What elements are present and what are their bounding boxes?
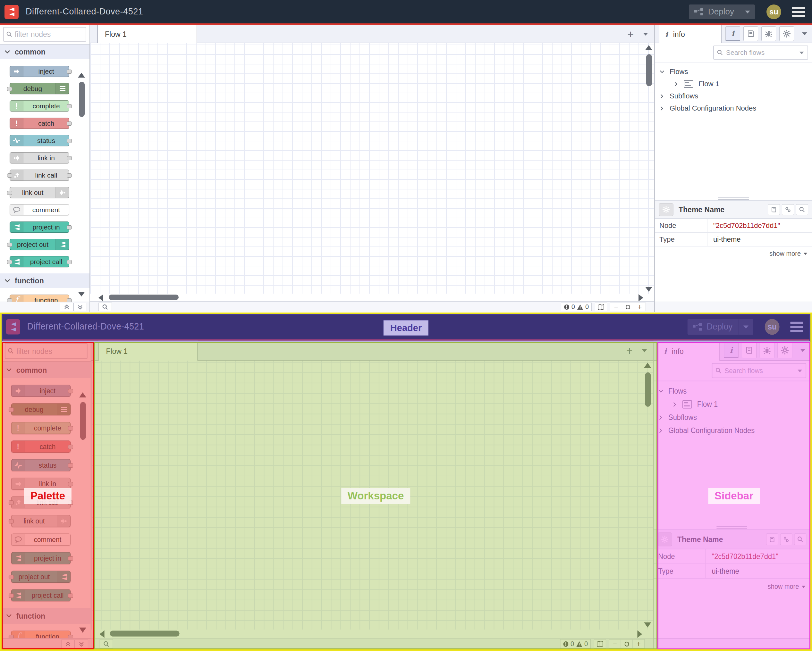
tree-item-subflows[interactable]: Subflows bbox=[659, 90, 812, 102]
expand-all-button[interactable] bbox=[73, 303, 87, 311]
palette-node-complete[interactable]: ! complete bbox=[10, 100, 69, 111]
palette-node-status[interactable]: status bbox=[10, 135, 69, 146]
property-row-type: Type ui-theme bbox=[655, 233, 812, 247]
canvas-horizontal-scrollbar[interactable] bbox=[90, 294, 654, 301]
info-icon: i bbox=[731, 29, 734, 38]
deploy-options-button[interactable] bbox=[740, 5, 755, 19]
palette-node-project-out[interactable]: project out bbox=[10, 239, 69, 250]
chevron-down-icon bbox=[659, 70, 664, 73]
output-port[interactable] bbox=[67, 104, 72, 108]
scroll-up-icon[interactable] bbox=[645, 45, 652, 50]
palette-node-link-in[interactable]: link in bbox=[10, 152, 69, 163]
palette-category-function[interactable]: function bbox=[0, 273, 90, 288]
tree-item-global-config[interactable]: Global Configuration Nodes bbox=[659, 102, 812, 114]
scrollbar-thumb[interactable] bbox=[646, 54, 652, 86]
annotation-label-palette: Palette bbox=[24, 488, 72, 504]
input-port[interactable] bbox=[7, 174, 12, 178]
flow-canvas[interactable] bbox=[90, 43, 654, 294]
info-icon: i bbox=[665, 30, 668, 39]
category-label: common bbox=[15, 48, 46, 56]
palette-scrollbar[interactable] bbox=[78, 73, 85, 296]
selection-info-panel: Theme Name bbox=[655, 197, 812, 261]
input-port[interactable] bbox=[7, 191, 12, 195]
output-port[interactable] bbox=[67, 174, 72, 178]
node-id-value[interactable]: "2c5d702b11de7dd1" bbox=[707, 219, 812, 232]
scroll-left-icon[interactable] bbox=[98, 294, 103, 301]
sidebar-menu-button[interactable] bbox=[802, 32, 807, 35]
help-tab-button[interactable] bbox=[743, 26, 758, 41]
config-node-button[interactable] bbox=[659, 203, 673, 216]
sidebar-tabbar: i info i bbox=[655, 25, 812, 43]
scroll-right-icon[interactable] bbox=[638, 294, 643, 301]
palette-node-debug[interactable]: debug bbox=[10, 83, 69, 94]
info-tab-label: info bbox=[673, 30, 685, 39]
output-port[interactable] bbox=[67, 70, 72, 74]
add-flow-button[interactable]: + bbox=[627, 29, 634, 40]
palette-node-link-call[interactable]: link call bbox=[10, 169, 69, 181]
output-port[interactable] bbox=[67, 260, 72, 264]
info-tab-button[interactable]: i bbox=[725, 26, 740, 41]
annotated-screenshot: Different-Collared-Dove-4521 Deploy su bbox=[0, 313, 812, 651]
palette-node-comment[interactable]: comment bbox=[10, 204, 69, 215]
chevron-down-icon bbox=[799, 51, 804, 55]
bug-icon bbox=[765, 30, 772, 37]
debug-tab-button[interactable] bbox=[761, 26, 776, 41]
tree-item-flow-1[interactable]: Flow 1 bbox=[659, 78, 812, 90]
output-port[interactable] bbox=[67, 225, 72, 230]
deploy-button[interactable]: Deploy bbox=[689, 5, 755, 19]
user-avatar[interactable]: su bbox=[766, 5, 781, 19]
selected-node-title: Theme Name bbox=[679, 206, 725, 214]
tree-item-flows[interactable]: Flows bbox=[659, 66, 812, 78]
app-header: Different-Collared-Dove-4521 Deploy su bbox=[0, 0, 812, 23]
scroll-up-icon[interactable] bbox=[78, 73, 85, 78]
palette-category-common[interactable]: common bbox=[0, 44, 90, 59]
tab-info[interactable]: i info bbox=[659, 25, 722, 43]
input-port[interactable] bbox=[7, 87, 12, 91]
navigator-map-button[interactable] bbox=[595, 303, 607, 311]
scrollbar-thumb[interactable] bbox=[109, 294, 179, 300]
node-help-button[interactable] bbox=[768, 204, 780, 215]
config-tab-button[interactable] bbox=[779, 26, 794, 41]
book-icon bbox=[747, 30, 755, 37]
tab-flow-1[interactable]: Flow 1 bbox=[97, 25, 197, 43]
canvas-vertical-scrollbar[interactable] bbox=[645, 45, 653, 292]
sidebar-splitter[interactable] bbox=[655, 197, 812, 200]
main-menu-button[interactable] bbox=[792, 7, 805, 17]
find-node-button[interactable] bbox=[796, 204, 808, 215]
output-port[interactable] bbox=[67, 156, 72, 160]
palette-node-link-out[interactable]: link out bbox=[10, 187, 69, 198]
input-port[interactable] bbox=[7, 242, 12, 247]
zoom-out-button[interactable]: − bbox=[610, 303, 622, 311]
palette-filter-input[interactable] bbox=[15, 30, 83, 39]
zoom-reset-button[interactable] bbox=[622, 303, 634, 311]
search-flows-box[interactable]: Search flows bbox=[713, 46, 808, 59]
deploy-label: Deploy bbox=[708, 7, 734, 17]
search-flows-placeholder: Search flows bbox=[726, 49, 796, 56]
flow-list-button[interactable] bbox=[643, 32, 649, 36]
palette-node-project-call[interactable]: project call bbox=[10, 256, 69, 267]
theme-panel-buttons bbox=[768, 204, 808, 215]
palette-node-list: inject debug ! comp bbox=[0, 59, 90, 267]
copy-link-button[interactable] bbox=[782, 204, 794, 215]
scroll-down-icon[interactable] bbox=[78, 292, 85, 296]
chevron-down-icon bbox=[5, 279, 10, 283]
input-port[interactable] bbox=[7, 260, 12, 264]
collapse-all-button[interactable] bbox=[60, 303, 73, 311]
show-more-link[interactable]: show more bbox=[655, 247, 812, 261]
annotation-label-workspace: Workspace bbox=[341, 488, 410, 504]
notification-counts[interactable]: 0 0 bbox=[561, 303, 592, 311]
palette-node-inject[interactable]: inject bbox=[10, 66, 69, 77]
scroll-down-icon[interactable] bbox=[645, 287, 652, 292]
error-count: 0 bbox=[571, 303, 575, 311]
zoom-in-button[interactable]: + bbox=[634, 303, 646, 311]
output-port[interactable] bbox=[67, 139, 72, 143]
output-port[interactable] bbox=[67, 122, 72, 126]
scrollbar-thumb[interactable] bbox=[79, 82, 85, 117]
palette-filter-box[interactable] bbox=[3, 27, 86, 42]
menu-bar-icon bbox=[792, 11, 805, 13]
palette-node-project-in[interactable]: project in bbox=[10, 221, 69, 233]
palette-node-catch[interactable]: ! catch bbox=[10, 117, 69, 129]
annotation-label-header: Header bbox=[383, 320, 429, 335]
search-flows-button[interactable] bbox=[98, 303, 112, 311]
property-label: Type bbox=[655, 235, 707, 244]
